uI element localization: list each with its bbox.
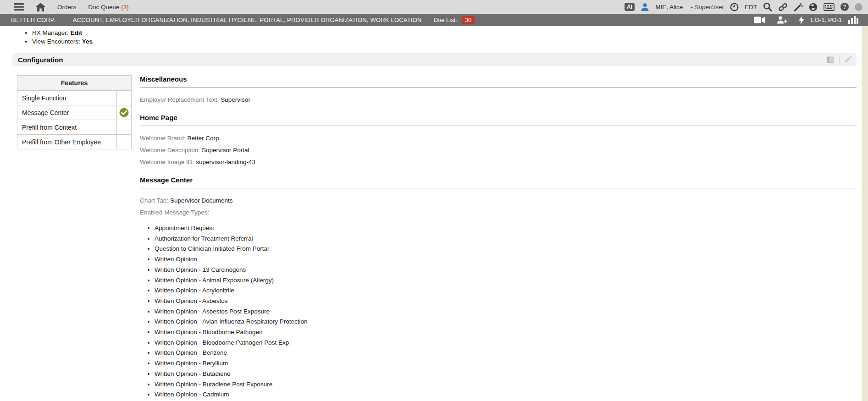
list-item: Written Opinion - Bloodborne Pathogen [155, 327, 857, 338]
table-row: Message Center [17, 105, 132, 120]
divider [839, 55, 840, 64]
due-list-label: Due List: [434, 16, 457, 23]
list-item: Question to Clinician Initiated From Por… [155, 244, 857, 254]
field-row: Chart Tab:Supervisor Documents [140, 196, 857, 205]
table-row: Prefill from Context [17, 120, 132, 135]
add-user-icon[interactable] [777, 16, 787, 24]
top-bar: Orders Doc Queue (3) AI MIE, Alice - Sup… [0, 0, 868, 14]
clock-icon[interactable] [730, 3, 739, 11]
list-item: Written Opinion [155, 254, 857, 265]
list-item: Written Opinion - Butadiene [155, 369, 857, 379]
ai-assistant-button[interactable]: AI [625, 3, 635, 11]
feature-label: Single Function [17, 91, 117, 105]
user-name[interactable]: MIE, Alice [655, 4, 683, 11]
org-context-link[interactable]: EO-1, PO-1 [811, 16, 842, 23]
lightning-bolt-icon[interactable] [799, 16, 804, 24]
enabled-check-icon [119, 108, 129, 117]
section-heading-home-page: Home Page [140, 114, 857, 126]
section-heading-message-center: Message Center [140, 176, 857, 188]
section-heading-miscellaneous: Miscellaneous [140, 75, 857, 88]
category-links[interactable]: ACCOUNT, EMPLOYER ORGANIZATION, INDUSTRI… [73, 16, 422, 23]
configuration-details: Miscellaneous Employer Replacement Text:… [140, 75, 857, 401]
configuration-section-header: Configuration [12, 53, 857, 66]
document-icon[interactable] [826, 56, 835, 64]
list-item: Written Opinion - Avian Influenza Respir… [155, 317, 857, 327]
field-row: Welcome Image ID:supervisor-landing-43 [140, 157, 857, 167]
timezone-label: EDT [745, 4, 757, 11]
field-row: Enabled Message Types: [140, 208, 857, 217]
list-item: Written Opinion - Cadmium [155, 390, 857, 400]
context-bar: BETTER CORP. ACCOUNT, EMPLOYER ORGANIZAT… [0, 14, 868, 26]
feature-enabled-cell [117, 120, 132, 135]
hamburger-menu-icon[interactable] [14, 3, 24, 11]
permissions-list: RX Manager:Edit View Encounters:Yes [0, 28, 868, 46]
search-icon[interactable] [763, 2, 772, 11]
enabled-message-types-list: Appointment Request Authorization for Tr… [140, 223, 857, 401]
feature-enabled-cell [117, 91, 132, 105]
list-item: Written Opinion - Butadiene Post Exposur… [155, 379, 857, 390]
status-indicator-icon [855, 3, 862, 11]
list-item: Written Opinion - Acrylonitrile [155, 286, 857, 296]
help-icon[interactable]: ? [840, 3, 849, 11]
field-row: Welcome Description:Supervisor Portal. [140, 145, 857, 155]
list-item: RX Manager:Edit [32, 28, 868, 37]
keyboard-icon[interactable] [824, 3, 835, 11]
features-table: Features Single Function Message Center [17, 75, 132, 149]
list-item: Written Opinion - Asbestos Post Exposure [155, 307, 857, 317]
due-list-count-badge[interactable]: 30 [462, 16, 475, 24]
list-item: Authorization for Treatment Referral [155, 234, 857, 244]
link-icon[interactable] [778, 3, 788, 11]
magic-wand-icon[interactable] [794, 2, 803, 11]
list-item: Written Opinion - Bloodborne Pathogen Po… [155, 338, 857, 348]
list-item: Appointment Request [155, 223, 857, 234]
table-row: Single Function [17, 91, 132, 105]
list-item: Written Opinion - Beryllium [155, 358, 857, 369]
nav-doc-queue[interactable]: Doc Queue (3) [88, 4, 129, 11]
right-edge-panel [862, 26, 868, 401]
edit-pencil-icon[interactable] [844, 55, 852, 64]
feature-enabled-cell [117, 105, 132, 120]
section-title: Configuration [18, 56, 63, 64]
divider [793, 16, 793, 24]
company-link[interactable]: BETTER CORP. [11, 16, 55, 23]
feature-label: Prefill from Other Employee [17, 135, 117, 149]
feature-label: Message Center [17, 105, 117, 120]
features-table-header: Features [17, 76, 132, 91]
list-item: Written Opinion - 13 Carcinogens [155, 265, 857, 275]
list-item: View Encounters:Yes [32, 37, 868, 46]
nav-orders[interactable]: Orders [57, 4, 76, 11]
field-row: Employer Replacement Text:Supervisor [140, 95, 857, 104]
doc-queue-count: (3) [121, 4, 129, 11]
feature-label: Prefill from Context [17, 120, 117, 135]
field-row: Welcome Brand:Better Corp [140, 133, 857, 143]
user-icon[interactable] [641, 3, 649, 11]
main-content: RX Manager:Edit View Encounters:Yes Conf… [0, 26, 868, 401]
divider [771, 16, 771, 24]
user-role: - SuperUser [691, 4, 724, 11]
globe-icon[interactable] [809, 3, 818, 11]
table-row: Prefill from Other Employee [17, 135, 132, 149]
home-icon[interactable] [36, 3, 45, 11]
bar-chart-icon[interactable] [848, 16, 860, 24]
list-item: Written Opinion - Asbestos [155, 296, 857, 307]
list-item: Written Opinion - Benzene [155, 348, 857, 358]
list-item: Written Opinion - Animal Exposure (Aller… [155, 275, 857, 286]
feature-enabled-cell [117, 135, 132, 149]
video-camera-icon[interactable] [754, 16, 765, 23]
